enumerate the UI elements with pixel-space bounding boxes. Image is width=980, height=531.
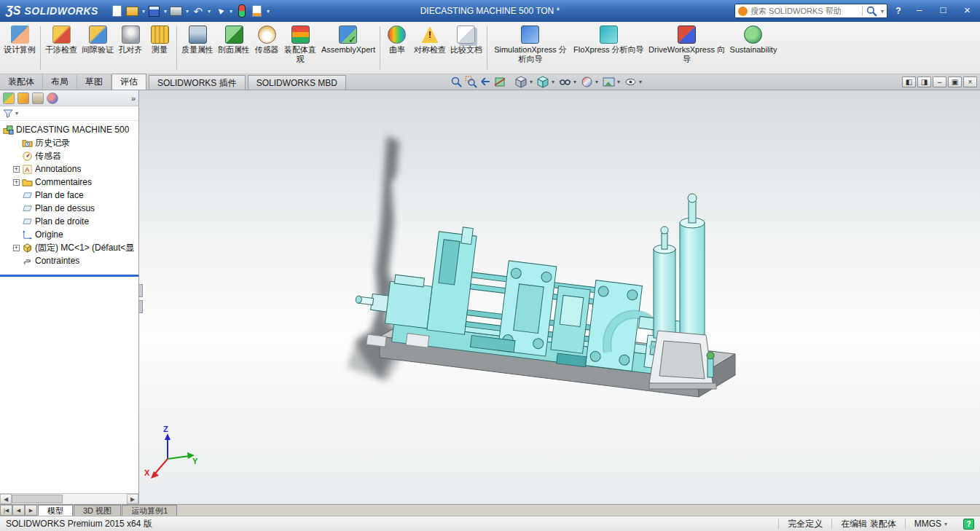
undo-icon[interactable] xyxy=(191,4,205,18)
filter-caret-icon[interactable] xyxy=(15,110,18,117)
ribbon-item-compare-documents[interactable]: 比较文档 xyxy=(448,23,485,74)
ribbon-item-driveworksxpress[interactable]: DriveWorksXpress 向导 xyxy=(646,23,728,74)
section-view-icon[interactable] xyxy=(494,76,506,88)
display-style-icon[interactable] xyxy=(537,76,549,88)
panel-split-bar[interactable] xyxy=(0,275,138,277)
tab-assembly[interactable]: 装配体 xyxy=(0,74,43,90)
featuremanager-tree-tab-icon[interactable] xyxy=(3,93,15,104)
tab-3d-views[interactable]: 3D 视图 xyxy=(74,505,121,516)
expand-icon[interactable] xyxy=(13,245,20,251)
support-frame[interactable] xyxy=(649,331,716,389)
expand-icon[interactable] xyxy=(13,179,20,186)
tab-scroll-left-icon[interactable] xyxy=(12,505,25,516)
drain-valve[interactable] xyxy=(707,352,714,377)
view-settings-caret-icon[interactable] xyxy=(639,79,644,85)
ribbon-item-assemblyxpert[interactable]: AssemblyXpert xyxy=(319,23,377,74)
minimize-document-icon[interactable] xyxy=(933,76,946,87)
view-settings-icon[interactable] xyxy=(624,76,637,88)
options-dropdown-caret-icon[interactable] xyxy=(265,8,271,15)
new-document-icon[interactable] xyxy=(110,4,125,18)
restore-document-icon[interactable] xyxy=(948,76,962,87)
panel-splitter-grip[interactable] xyxy=(139,284,143,297)
tree-item-history[interactable]: 历史记录 xyxy=(0,136,138,149)
expand-icon[interactable] xyxy=(13,166,20,173)
panel-splitter-grip[interactable] xyxy=(139,300,143,313)
tree-item-origine[interactable]: Origine xyxy=(0,228,138,241)
ribbon-item-sustainability[interactable]: Sustainability xyxy=(728,23,780,74)
apply-scene-caret-icon[interactable] xyxy=(617,79,622,85)
tab-evaluate[interactable]: 评估 xyxy=(111,74,146,90)
ribbon-item-clearance-verification[interactable]: 间隙验证 xyxy=(79,23,116,74)
ribbon-item-section-properties[interactable]: 剖面属性 xyxy=(216,23,252,74)
tree-item-annotations[interactable]: Annotations xyxy=(0,162,138,176)
tree-item-component-mc1[interactable]: (固定) MC<1> (Défaut<显 xyxy=(0,241,138,254)
open-dropdown-caret-icon[interactable] xyxy=(141,8,146,15)
quick-tips-icon[interactable] xyxy=(963,519,974,530)
displaymanager-tab-icon[interactable] xyxy=(47,93,58,104)
zoom-to-area-icon[interactable] xyxy=(465,76,477,88)
save-dropdown-caret-icon[interactable] xyxy=(162,8,168,15)
search-input[interactable] xyxy=(750,7,859,15)
pane-right-toggle-icon[interactable] xyxy=(917,76,931,87)
tab-solidworks-addins[interactable]: SOLIDWORKS 插件 xyxy=(149,75,246,90)
graphics-viewport[interactable]: Z X Y xyxy=(139,90,980,504)
tree-item-contraintes[interactable]: Contraintes xyxy=(0,254,138,267)
select-cursor-icon[interactable] xyxy=(213,4,227,18)
tab-motion-study-1[interactable]: 运动算例1 xyxy=(122,505,177,516)
tab-sketch[interactable]: 草图 xyxy=(77,74,111,90)
ribbon-item-curvature[interactable]: 曲率 xyxy=(383,23,412,74)
tree-item-plan-de-droite[interactable]: Plan de droite xyxy=(0,215,138,228)
scroll-right-icon[interactable] xyxy=(127,494,138,504)
status-units[interactable]: MMGS xyxy=(906,519,956,529)
scrollbar-thumb[interactable] xyxy=(12,495,63,503)
pane-left-toggle-icon[interactable] xyxy=(902,76,916,87)
ribbon-item-assembly-visualization[interactable]: 装配体直观 xyxy=(281,23,319,74)
tab-scroll-right-icon[interactable] xyxy=(25,505,37,516)
apply-scene-icon[interactable] xyxy=(603,76,615,88)
maximize-button[interactable] xyxy=(933,3,953,19)
print-icon[interactable] xyxy=(169,4,184,18)
zoom-to-fit-icon[interactable] xyxy=(450,76,463,88)
panel-flyout-chevron-icon[interactable] xyxy=(131,94,136,103)
edit-appearance-caret-icon[interactable] xyxy=(595,79,600,85)
tree-root-assembly[interactable]: DIECASTING MACHINE 500 xyxy=(0,123,138,136)
tab-layout[interactable]: 布局 xyxy=(43,74,77,90)
ribbon-item-measure[interactable]: 测量 xyxy=(145,23,174,74)
ribbon-item-design-study[interactable]: 设计算例 xyxy=(1,23,38,74)
model-3d-view[interactable]: Z X Y xyxy=(139,90,980,504)
search-icon[interactable] xyxy=(866,5,878,17)
propertymanager-tab-icon[interactable] xyxy=(17,93,29,104)
tree-item-commentaires[interactable]: Commentaires xyxy=(0,176,138,189)
view-orientation-caret-icon[interactable] xyxy=(530,79,535,85)
configurationmanager-tab-icon[interactable] xyxy=(32,93,44,104)
close-button[interactable] xyxy=(957,3,977,19)
open-document-icon[interactable] xyxy=(125,4,140,18)
close-document-icon[interactable] xyxy=(963,76,977,87)
search-scope-caret-icon[interactable] xyxy=(881,8,884,15)
display-style-caret-icon[interactable] xyxy=(552,79,557,85)
help-button[interactable] xyxy=(892,4,905,17)
ribbon-item-simulationxpress[interactable]: SimulationXpress 分析向导 xyxy=(490,23,571,74)
panel-horizontal-scrollbar[interactable] xyxy=(0,493,138,504)
tab-model[interactable]: 模型 xyxy=(38,505,73,516)
save-icon[interactable] xyxy=(147,4,162,18)
tree-item-plan-de-dessus[interactable]: Plan de dessus xyxy=(0,202,138,215)
edit-appearance-icon[interactable] xyxy=(581,76,593,88)
minimize-button[interactable] xyxy=(909,3,929,19)
help-search-box[interactable] xyxy=(734,4,887,18)
previous-view-icon[interactable] xyxy=(479,76,492,88)
ribbon-item-mass-properties[interactable]: 质量属性 xyxy=(179,23,216,74)
print-dropdown-caret-icon[interactable] xyxy=(184,8,190,15)
ribbon-item-floxpress[interactable]: FloXpress 分析向导 xyxy=(571,23,646,74)
ribbon-item-symmetry-check[interactable]: 对称检查 xyxy=(412,23,448,74)
units-caret-icon[interactable] xyxy=(944,521,947,527)
select-dropdown-caret-icon[interactable] xyxy=(228,8,234,15)
hide-show-items-icon[interactable] xyxy=(559,76,571,88)
tab-solidworks-mbd[interactable]: SOLIDWORKS MBD xyxy=(248,75,346,90)
view-orientation-icon[interactable] xyxy=(515,76,528,88)
tree-item-sensors[interactable]: 传感器 xyxy=(0,149,138,162)
tab-scroll-first-icon[interactable] xyxy=(0,505,12,516)
scrollbar-track[interactable] xyxy=(63,494,127,504)
rebuild-icon[interactable] xyxy=(235,4,249,18)
ribbon-item-interference-detection[interactable]: 干涉检查 xyxy=(43,23,79,74)
